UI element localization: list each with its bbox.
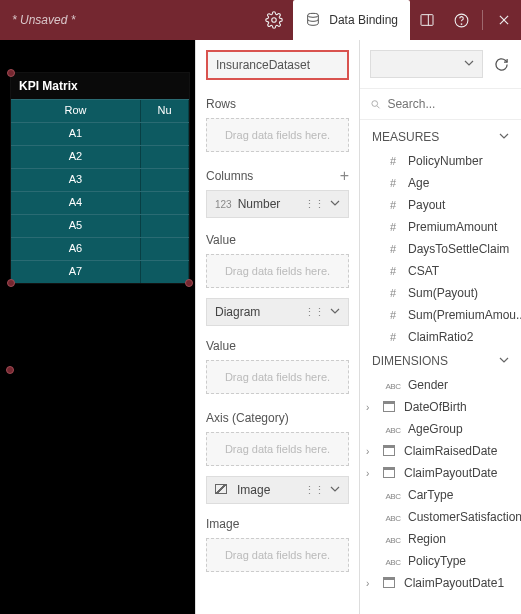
resize-handle[interactable] — [7, 279, 15, 287]
image-dropzone[interactable]: Drag data fields here. — [206, 538, 349, 572]
add-column-icon[interactable]: + — [340, 168, 349, 184]
rows-dropzone[interactable]: Drag data fields here. — [206, 118, 349, 152]
kpi-cell: A3 — [11, 169, 141, 191]
expand-icon[interactable]: › — [366, 446, 376, 457]
axis-dropzone[interactable]: Drag data fields here. — [206, 432, 349, 466]
help-icon[interactable] — [444, 0, 478, 40]
kpi-matrix-widget[interactable]: KPI Matrix Row Nu A1 A2 A3 A4 A5 A6 A7 — [10, 72, 190, 284]
dataset-selector[interactable]: InsuranceDataset — [206, 50, 349, 80]
field-label: ClaimPayoutDate — [404, 466, 497, 480]
hash-icon — [384, 287, 402, 299]
measure-field[interactable]: PolicyNumber — [360, 150, 521, 172]
text-type-icon — [384, 379, 402, 391]
image-section[interactable]: Image ⋮⋮ — [206, 476, 349, 504]
field-label: Sum(Payout) — [408, 286, 478, 300]
tab-label: Data Binding — [329, 13, 398, 27]
binding-panel: InsuranceDataset Rows Drag data fields h… — [195, 40, 360, 614]
measure-field[interactable]: DaysToSettleClaim — [360, 238, 521, 260]
expand-icon[interactable]: › — [366, 578, 376, 589]
source-dropdown[interactable] — [370, 50, 483, 78]
hash-icon — [384, 331, 402, 343]
refresh-icon[interactable] — [491, 54, 511, 74]
text-type-icon — [384, 489, 402, 501]
field-label: Payout — [408, 198, 445, 212]
columns-label: Columns — [206, 169, 253, 183]
expand-icon[interactable]: › — [366, 402, 376, 413]
section-label: Diagram — [215, 305, 304, 319]
dimension-field[interactable]: Gender — [360, 374, 521, 396]
panel-toggle-icon[interactable] — [410, 0, 444, 40]
measure-field[interactable]: ClaimRatio2 — [360, 326, 521, 348]
chevron-down-icon[interactable] — [330, 483, 340, 497]
hash-icon — [384, 177, 402, 189]
dimension-field[interactable]: AgeGroup — [360, 418, 521, 440]
gear-icon[interactable] — [255, 0, 293, 40]
field-label: PolicyNumber — [408, 154, 483, 168]
kpi-cell — [141, 123, 189, 145]
section-label: Image — [237, 483, 304, 497]
column-field-chip[interactable]: 123 Number ⋮⋮ — [206, 190, 349, 218]
kpi-cell — [141, 192, 189, 214]
measures-group[interactable]: MEASURES — [360, 124, 521, 150]
kpi-cell: A5 — [11, 215, 141, 237]
measure-field[interactable]: Age — [360, 172, 521, 194]
kpi-cell — [141, 238, 189, 260]
dimension-field[interactable]: PolicyType — [360, 550, 521, 572]
value-dropzone[interactable]: Drag data fields here. — [206, 254, 349, 288]
field-label: Gender — [408, 378, 448, 392]
divider — [482, 10, 483, 30]
dimension-field[interactable]: ›ClaimPayoutDate1 — [360, 572, 521, 594]
drag-handle-icon[interactable]: ⋮⋮ — [304, 484, 324, 497]
dimension-field[interactable]: CustomerSatisfaction — [360, 506, 521, 528]
dimension-field[interactable]: ›ClaimRaisedDate — [360, 440, 521, 462]
chevron-down-icon — [464, 57, 474, 71]
kpi-cell: A6 — [11, 238, 141, 260]
chevron-down-icon — [499, 354, 509, 368]
measure-field[interactable]: Sum(PremiumAmou... — [360, 304, 521, 326]
field-label: CustomerSatisfaction — [408, 510, 521, 524]
field-label: CarType — [408, 488, 453, 502]
top-bar: * Unsaved * Data Binding — [0, 0, 521, 40]
drag-handle-icon[interactable]: ⋮⋮ — [304, 306, 324, 319]
dimensions-group[interactable]: DIMENSIONS — [360, 348, 521, 374]
rows-label: Rows — [206, 97, 236, 111]
close-icon[interactable] — [487, 0, 521, 40]
calendar-icon — [380, 467, 398, 480]
dimension-field[interactable]: ›DateOfBirth — [360, 396, 521, 418]
dimension-field[interactable]: Region — [360, 528, 521, 550]
chevron-down-icon — [499, 130, 509, 144]
canvas-area[interactable]: KPI Matrix Row Nu A1 A2 A3 A4 A5 A6 A7 — [0, 40, 195, 614]
kpi-cell — [141, 261, 189, 283]
search-field[interactable] — [387, 97, 511, 111]
text-type-icon — [384, 423, 402, 435]
search-input[interactable] — [370, 97, 511, 111]
image-label: Image — [206, 517, 239, 531]
resize-handle[interactable] — [185, 279, 193, 287]
measure-field[interactable]: PremiumAmount — [360, 216, 521, 238]
resize-handle[interactable] — [6, 366, 14, 374]
calendar-icon — [380, 401, 398, 414]
tab-data-binding[interactable]: Data Binding — [293, 0, 410, 40]
chevron-down-icon[interactable] — [330, 305, 340, 319]
diagram-value-dropzone[interactable]: Drag data fields here. — [206, 360, 349, 394]
drag-handle-icon[interactable]: ⋮⋮ — [304, 198, 324, 211]
measure-field[interactable]: Sum(Payout) — [360, 282, 521, 304]
field-label: Sum(PremiumAmou... — [408, 308, 521, 322]
image-icon — [215, 483, 231, 497]
resize-handle[interactable] — [7, 69, 15, 77]
kpi-cell — [141, 146, 189, 168]
axis-label: Axis (Category) — [206, 411, 289, 425]
chevron-down-icon[interactable] — [330, 197, 340, 211]
measure-field[interactable]: CSAT — [360, 260, 521, 282]
dimension-field[interactable]: ›ClaimPayoutDate — [360, 462, 521, 484]
diagram-section[interactable]: Diagram ⋮⋮ — [206, 298, 349, 326]
text-type-icon — [384, 555, 402, 567]
widget-title: KPI Matrix — [11, 73, 189, 99]
expand-icon[interactable]: › — [366, 468, 376, 479]
measure-field[interactable]: Payout — [360, 194, 521, 216]
dimension-field[interactable]: CarType — [360, 484, 521, 506]
field-label: Age — [408, 176, 429, 190]
field-label: DateOfBirth — [404, 400, 467, 414]
kpi-header-num: Nu — [141, 100, 189, 122]
hash-icon — [384, 243, 402, 255]
